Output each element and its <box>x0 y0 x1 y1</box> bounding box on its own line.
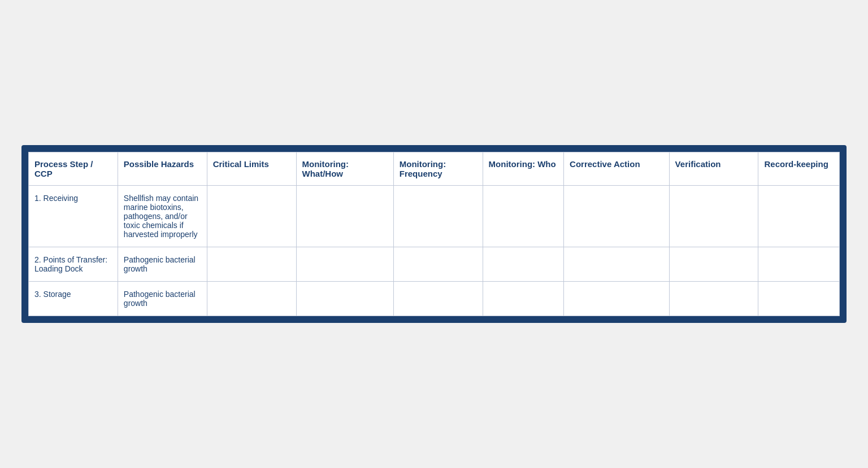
row1-verification <box>669 186 758 247</box>
col-header-monitoring-what: Monitoring: What/How <box>296 152 393 186</box>
row3-corrective-action <box>564 282 670 316</box>
col-header-verification: Verification <box>669 152 758 186</box>
col-header-corrective-action: Corrective Action <box>564 152 670 186</box>
row3-monitoring-who <box>483 282 564 316</box>
row2-critical-limits <box>207 247 296 282</box>
row1-recordkeeping <box>758 186 840 247</box>
row3-critical-limits <box>207 282 296 316</box>
row3-verification <box>669 282 758 316</box>
row2-corrective-action <box>564 247 670 282</box>
row2-monitoring-who <box>483 247 564 282</box>
row2-recordkeeping <box>758 247 840 282</box>
row1-critical-limits <box>207 186 296 247</box>
col-header-monitoring-who: Monitoring: Who <box>483 152 564 186</box>
col-header-critical-limits: Critical Limits <box>207 152 296 186</box>
col-header-recordkeeping: Record-keeping <box>758 152 840 186</box>
row2-verification <box>669 247 758 282</box>
row2-monitoring-what <box>296 247 393 282</box>
table-row: 3. Storage Pathogenic bacterial growth <box>29 282 840 316</box>
row1-monitoring-freq <box>393 186 483 247</box>
col-header-process-step: Process Step / CCP <box>29 152 118 186</box>
row3-recordkeeping <box>758 282 840 316</box>
row1-process-step: 1. Receiving <box>29 186 118 247</box>
row1-monitoring-who <box>483 186 564 247</box>
row1-possible-hazards: Shellfish may contain marine biotoxins, … <box>118 186 207 247</box>
row3-monitoring-freq <box>393 282 483 316</box>
header-row: Process Step / CCP Possible Hazards Crit… <box>29 152 840 186</box>
table-wrapper: Process Step / CCP Possible Hazards Crit… <box>21 145 847 323</box>
col-header-monitoring-freq: Monitoring: Frequency <box>393 152 483 186</box>
row2-possible-hazards: Pathogenic bacterial growth <box>118 247 207 282</box>
row1-monitoring-what <box>296 186 393 247</box>
row3-process-step: 3. Storage <box>29 282 118 316</box>
table-row: 1. Receiving Shellfish may contain marin… <box>29 186 840 247</box>
row2-monitoring-freq <box>393 247 483 282</box>
row1-corrective-action <box>564 186 670 247</box>
haccp-table: Process Step / CCP Possible Hazards Crit… <box>28 152 840 316</box>
col-header-possible-hazards: Possible Hazards <box>118 152 207 186</box>
row2-process-step: 2. Points of Transfer: Loading Dock <box>29 247 118 282</box>
row3-monitoring-what <box>296 282 393 316</box>
row3-possible-hazards: Pathogenic bacterial growth <box>118 282 207 316</box>
table-row: 2. Points of Transfer: Loading Dock Path… <box>29 247 840 282</box>
